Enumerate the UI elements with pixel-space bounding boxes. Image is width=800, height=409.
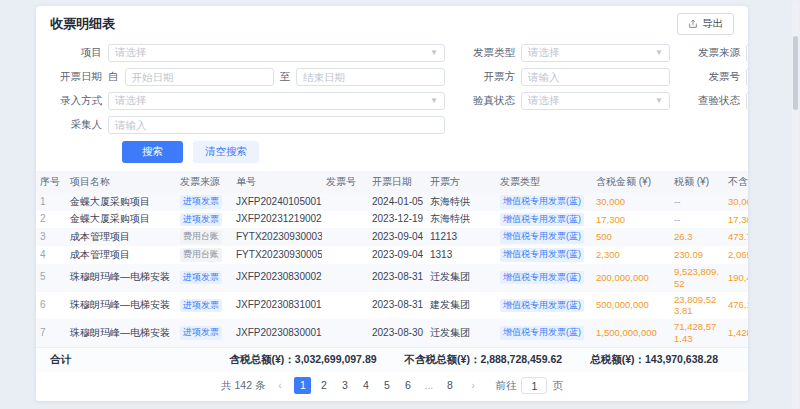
invoice-source-tag: 进项发票 (180, 213, 222, 227)
summary-total-tax-label: 总税额(¥)： (590, 353, 645, 365)
cell-tax: 230.09 (670, 246, 724, 264)
summary-total-label: 合计 (50, 353, 71, 367)
jump-prefix-label: 前往 (495, 379, 516, 393)
filter-entry-method-label: 录入方式 (50, 94, 102, 108)
invoice-table: 序号 项目名称 发票来源 单号 发票号 开票日期 开票方 发票类型 含税金额 (… (36, 171, 748, 347)
entry-method-select[interactable]: 请选择 ▼ (108, 92, 445, 110)
cell-order-no[interactable]: JXFP20230830002 (232, 264, 322, 292)
cell-project-name: 珠穆朗玛峰—电梯安装 (66, 319, 176, 347)
filter-issuer: 开票方 (463, 66, 670, 87)
page-button[interactable]: 2 (315, 377, 332, 394)
table-row[interactable]: 3 成本管理项目 费用台账 FYTX20230930003 2023-09-04… (36, 228, 748, 246)
cell-invoice-date: 2023-08-30 (368, 319, 426, 347)
cell-invoice-type: 增值税专用发票(蓝) (496, 228, 592, 246)
cell-invoice-type: 增值税专用发票(蓝) (496, 211, 592, 229)
issuer-input[interactable] (521, 68, 670, 86)
cell-order-no[interactable]: JXFP20230831001 (232, 292, 322, 320)
cell-issuer: 迁发集团 (426, 319, 496, 347)
col-tax: 税额 (¥) (670, 171, 724, 193)
invoice-type-tag: 增值税专用发票(蓝) (500, 230, 584, 244)
net-amount-value: 17,300 (728, 214, 748, 225)
tax-value: 230.09 (674, 249, 703, 260)
page-button[interactable]: ... (420, 377, 437, 394)
search-button[interactable]: 搜索 (122, 141, 183, 163)
cell-invoice-type: 增值税专用发票(蓝) (496, 264, 592, 292)
end-date-input[interactable] (296, 68, 445, 86)
table-row[interactable]: 5 珠穆朗玛峰—电梯安装 进项发票 JXFP20230830002 2023-0… (36, 264, 748, 292)
cell-amount-incl-tax: 1,500,000,000 (592, 319, 670, 347)
filter-invoice-type: 发票类型 请选择 ▼ (463, 42, 670, 63)
project-select[interactable]: 请选择 ▼ (108, 44, 445, 62)
next-page-button[interactable]: › (464, 377, 481, 394)
col-invoice-no: 发票号 (322, 171, 368, 193)
invoice-source-select[interactable]: 请选择 ▼ (746, 44, 748, 62)
chevron-down-icon: ▼ (430, 96, 438, 105)
col-invoice-type: 发票类型 (496, 171, 592, 193)
jump-page-input[interactable] (521, 377, 547, 394)
prev-page-button[interactable]: ‹ (271, 377, 288, 394)
cell-order-no[interactable]: FYTX20230930003 (232, 228, 322, 246)
page-button[interactable]: 4 (357, 377, 374, 394)
filter-invoice-source: 发票来源 请选择 ▼ (688, 42, 748, 63)
cell-amount-incl-tax: 500,000,000 (592, 292, 670, 320)
clear-search-button[interactable]: 清空搜索 (193, 141, 259, 163)
invoice-detail-panel: 收票明细表 导出 项目 请选择 ▼ 发票类型 请选择 ▼ (36, 6, 748, 401)
page-button[interactable]: 1 (294, 377, 311, 394)
cell-order-no[interactable]: JXFP20231219002 (232, 211, 322, 229)
check-status-select[interactable]: 请选择 ▼ (746, 92, 748, 110)
filter-check-status: 查验状态 请选择 ▼ (688, 90, 748, 111)
cell-order-no[interactable]: JXFP20240105001 (232, 193, 322, 211)
cell-index: 5 (36, 264, 66, 292)
page-button[interactable]: 6 (399, 377, 416, 394)
collector-input[interactable] (108, 116, 445, 134)
export-button[interactable]: 导出 (677, 13, 734, 35)
cell-invoice-date: 2023-08-31 (368, 264, 426, 292)
start-date-input[interactable] (125, 68, 274, 86)
page-button[interactable]: 5 (378, 377, 395, 394)
page-button[interactable]: 8 (441, 377, 458, 394)
cell-amount-incl-tax: 17,300 (592, 211, 670, 229)
net-amount-value: 473.7 (728, 231, 748, 242)
cell-invoice-source: 进项发票 (176, 193, 232, 211)
net-amount-value: 30,000 (728, 196, 748, 207)
table-header: 序号 项目名称 发票来源 单号 发票号 开票日期 开票方 发票类型 含税金额 (… (36, 171, 748, 193)
table-row[interactable]: 2 金蝶大厦采购项目 进项发票 JXFP20231219002 2023-12-… (36, 211, 748, 229)
col-project-name: 项目名称 (66, 171, 176, 193)
cell-order-no[interactable]: FYTX20230930005 (232, 246, 322, 264)
invoice-type-select[interactable]: 请选择 ▼ (521, 44, 670, 62)
invoice-no-input[interactable] (746, 68, 748, 86)
filter-invoice-source-label: 发票来源 (688, 46, 740, 60)
verify-status-select[interactable]: 请选择 ▼ (521, 92, 670, 110)
page-button[interactable]: 3 (336, 377, 353, 394)
cell-project-name: 珠穆朗玛峰—电梯安装 (66, 292, 176, 320)
invoice-type-tag: 增值税专用发票(蓝) (500, 195, 584, 209)
filter-issuer-label: 开票方 (463, 70, 515, 84)
tax-value: 9,523,809.52 (674, 266, 719, 289)
cell-order-no[interactable]: JXFP20230830001 (232, 319, 322, 347)
amount-value: 17,300 (596, 214, 625, 225)
cell-tax: -- (670, 211, 724, 229)
cell-index: 4 (36, 246, 66, 264)
table-row[interactable]: 6 珠穆朗玛峰—电梯安装 进项发票 JXFP20230831001 2023-0… (36, 292, 748, 320)
invoice-type-tag: 增值税专用发票(蓝) (500, 248, 584, 262)
cell-amount-excl-tax: 1,428,571,428.57 (724, 319, 748, 347)
cell-project-name: 珠穆朗玛峰—电梯安装 (66, 264, 176, 292)
page-list: 1 2 3 4 5 6 ... 8 (294, 377, 458, 394)
entry-method-select-placeholder: 请选择 (115, 94, 147, 108)
page-jump: 前往 页 (495, 377, 563, 394)
table-row[interactable]: 4 成本管理项目 费用台账 FYTX20230930005 2023-09-04… (36, 246, 748, 264)
table-row[interactable]: 7 珠穆朗玛峰—电梯安装 进项发票 JXFP20230830001 2023-0… (36, 319, 748, 347)
cell-index: 1 (36, 193, 66, 211)
cell-amount-excl-tax: 2,069.91 (724, 246, 748, 264)
cell-project-name: 成本管理项目 (66, 246, 176, 264)
filter-project-label: 项目 (50, 46, 102, 60)
summary-row: 合计 含税总额(¥)：3,032,699,097.89 不含税总额(¥)：2,8… (36, 347, 748, 372)
table-row[interactable]: 1 金蝶大厦采购项目 进项发票 JXFP20240105001 2024-01-… (36, 193, 748, 211)
cell-invoice-date: 2023-09-04 (368, 246, 426, 264)
cell-invoice-source: 进项发票 (176, 319, 232, 347)
cell-amount-excl-tax: 473.7 (724, 228, 748, 246)
scrollbar-thumb[interactable] (793, 36, 798, 110)
summary-amount-incl-tax: 含税总额(¥)：3,032,699,097.89 (229, 353, 376, 367)
vertical-scrollbar[interactable] (792, 0, 799, 409)
filter-actions: 搜索 清空搜索 (50, 135, 734, 169)
